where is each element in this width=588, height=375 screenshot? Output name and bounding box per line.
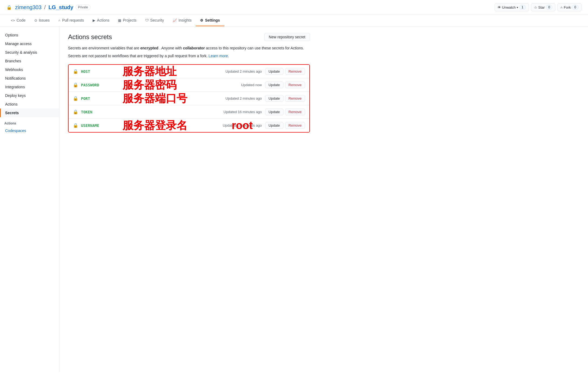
secret-name-host: HOST — [81, 69, 113, 74]
secret-name-port: PORT — [81, 96, 113, 101]
tab-issues-label: Issues — [39, 18, 50, 22]
annotation-password: 服务器密码 — [123, 77, 177, 92]
repo-name[interactable]: LG_study — [48, 4, 73, 11]
tab-actions[interactable]: ▶ Actions — [88, 15, 114, 26]
remove-button-port[interactable]: Remove — [285, 95, 305, 102]
lock-icon-host: 🔒 — [73, 69, 78, 74]
remove-button-username[interactable]: Remove — [285, 122, 305, 129]
sidebar-item-options[interactable]: Options — [0, 31, 59, 39]
code-icon: <> — [11, 18, 15, 22]
secret-updated-port: Updated 2 minutes ago — [217, 96, 265, 100]
sidebar-item-webhooks[interactable]: Webhooks — [0, 65, 59, 74]
update-button-username[interactable]: Update — [265, 122, 283, 129]
issues-icon: ⊙ — [34, 18, 37, 22]
sidebar-item-actions[interactable]: Actions — [0, 100, 59, 109]
sidebar-item-codespaces[interactable]: Codespaces — [0, 126, 59, 135]
repo-title: 🔒 zimeng303 / LG_study Private — [6, 4, 90, 11]
tab-insights[interactable]: 📈 Insights — [168, 15, 196, 26]
tab-issues[interactable]: ⊙ Issues — [30, 15, 54, 26]
remove-button-host[interactable]: Remove — [285, 68, 305, 75]
actions-icon: ▶ — [93, 18, 95, 22]
tab-settings-label: Settings — [205, 18, 220, 22]
description-line1: Secrets are environment variables that a… — [68, 45, 310, 51]
secret-row-host: 🔒 HOST 服务器地址 Updated 2 minutes ago Updat… — [69, 65, 309, 78]
lock-icon: 🔒 — [6, 5, 12, 10]
annotation-port: 服务器端口号 — [123, 91, 187, 106]
lock-icon-port: 🔒 — [73, 96, 78, 101]
tab-insights-label: Insights — [178, 18, 191, 22]
settings-icon: ⚙ — [200, 18, 203, 22]
annotation-host: 服务器地址 — [123, 64, 177, 79]
lock-icon-token: 🔒 — [73, 109, 78, 114]
unwatch-button[interactable]: 👁 Unwatch ▾ 1 — [495, 3, 529, 11]
secret-actions-host: Update Remove — [265, 68, 305, 75]
desc1-bold2: collaborator — [183, 46, 205, 50]
fork-button[interactable]: ⑃ Fork 0 — [557, 3, 582, 11]
main-layout: Options Manage access Security & analysi… — [0, 26, 588, 372]
tab-projects-label: Projects — [123, 18, 137, 22]
tab-projects[interactable]: ▦ Projects — [114, 15, 141, 26]
eye-icon: 👁 — [498, 5, 501, 9]
tab-code[interactable]: <> Code — [6, 15, 30, 26]
update-button-token[interactable]: Update — [265, 109, 283, 115]
sidebar-item-branches[interactable]: Branches — [0, 57, 59, 65]
secret-row-port: 🔒 PORT 服务器端口号 Updated 2 minutes ago Upda… — [69, 92, 309, 105]
sidebar-item-secrets[interactable]: Secrets — [0, 109, 59, 117]
secret-name-password: PASSWORD — [81, 83, 113, 87]
tab-pull-requests-label: Pull requests — [62, 18, 84, 22]
secrets-box: 🔒 HOST 服务器地址 Updated 2 minutes ago Updat… — [68, 64, 310, 133]
sidebar-item-deploy-keys[interactable]: Deploy keys — [0, 91, 59, 100]
secret-row-username: 🔒 USERNAME 服务器登录名 root Updated 17 second… — [69, 119, 309, 132]
main-content: Actions secrets New repository secret Se… — [59, 26, 319, 372]
desc1-pre: Secrets are environment variables that a… — [68, 46, 140, 50]
sidebar-item-integrations[interactable]: Integrations — [0, 83, 59, 91]
repo-separator: / — [44, 4, 46, 11]
desc1-mid: . Anyone with — [160, 46, 183, 50]
page-header: Actions secrets New repository secret — [68, 33, 310, 41]
sidebar: Options Manage access Security & analysi… — [0, 26, 59, 372]
unwatch-label: Unwatch — [502, 5, 516, 9]
remove-button-token[interactable]: Remove — [285, 109, 305, 115]
secret-row-password: 🔒 PASSWORD 服务器密码 Updated now Update Remo… — [69, 78, 309, 92]
lock-icon-password: 🔒 — [73, 82, 78, 87]
star-count: 0 — [546, 5, 553, 10]
description-line2: Secrets are not passed to workflows that… — [68, 53, 310, 59]
learn-more-link[interactable]: Learn more. — [209, 54, 229, 58]
tab-settings[interactable]: ⚙ Settings — [196, 15, 224, 26]
nav-tabs: <> Code ⊙ Issues ⑃ Pull requests ▶ Actio… — [0, 15, 588, 26]
insights-icon: 📈 — [173, 18, 177, 22]
tab-security[interactable]: 🛡 Security — [141, 15, 168, 26]
new-repository-secret-button[interactable]: New repository secret — [264, 33, 310, 41]
remove-button-password[interactable]: Remove — [285, 82, 305, 88]
secret-updated-token: Updated 16 minutes ago — [217, 110, 265, 114]
desc1-post: access to this repository can use these … — [206, 46, 304, 50]
repo-owner[interactable]: zimeng303 — [15, 4, 42, 11]
unwatch-dropdown-arrow: ▾ — [517, 6, 518, 9]
sidebar-section-actions: Actions — [0, 117, 59, 126]
fork-count: 0 — [572, 5, 579, 10]
desc1-bold1: encrypted — [140, 46, 158, 50]
secret-actions-password: Update Remove — [265, 82, 305, 88]
sidebar-item-manage-access[interactable]: Manage access — [0, 39, 59, 48]
sidebar-item-security-analysis[interactable]: Security & analysis — [0, 48, 59, 57]
annotation-username: 服务器登录名 — [123, 118, 187, 133]
secret-actions-token: Update Remove — [265, 109, 305, 115]
fork-label: Fork — [564, 5, 571, 9]
tab-pull-requests[interactable]: ⑃ Pull requests — [54, 15, 88, 26]
security-icon: 🛡 — [145, 18, 149, 22]
secret-actions-username: Update Remove — [265, 122, 305, 129]
secret-actions-port: Update Remove — [265, 95, 305, 102]
update-button-password[interactable]: Update — [265, 82, 283, 88]
sidebar-item-notifications[interactable]: Notifications — [0, 74, 59, 83]
star-icon: ☆ — [534, 5, 537, 9]
update-button-host[interactable]: Update — [265, 68, 283, 75]
secret-updated-host: Updated 2 minutes ago — [217, 69, 265, 73]
repo-header: 🔒 zimeng303 / LG_study Private 👁 Unwatch… — [0, 0, 588, 15]
star-button[interactable]: ☆ Star 0 — [531, 3, 556, 11]
tab-code-label: Code — [16, 18, 25, 22]
update-button-port[interactable]: Update — [265, 95, 283, 102]
lock-icon-username: 🔒 — [73, 123, 78, 128]
secret-name-token: TOKEN — [81, 110, 113, 114]
repo-actions: 👁 Unwatch ▾ 1 ☆ Star 0 ⑃ Fork 0 — [495, 3, 582, 11]
star-label: Star — [538, 5, 545, 9]
